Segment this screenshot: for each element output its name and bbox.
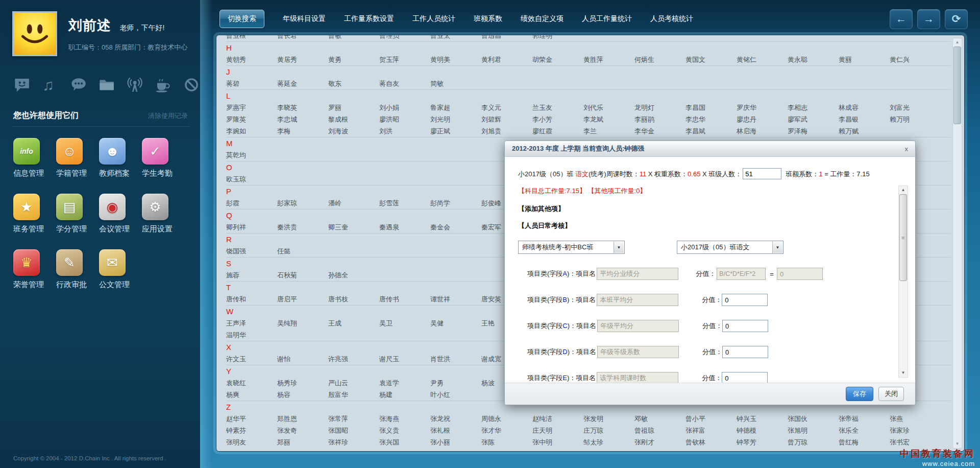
dialog-scrollbar[interactable]: ▲ ≡ ▼: [898, 185, 908, 378]
add-other-items-link[interactable]: 【添加其他项】: [518, 204, 885, 214]
person-name[interactable]: 黄胜萍: [583, 55, 634, 64]
person-name[interactable]: 郑胜恩: [277, 414, 328, 424]
person-name[interactable]: 廖洪昭: [379, 115, 430, 124]
person-name[interactable]: 黄国文: [685, 55, 737, 64]
tab-8[interactable]: 人员考核统计: [650, 14, 693, 24]
person-name[interactable]: 尹勇: [430, 379, 481, 388]
person-name[interactable]: 任懿: [277, 247, 328, 256]
ban-icon[interactable]: [183, 76, 200, 94]
person-name[interactable]: 郑丽: [277, 438, 328, 447]
person-name[interactable]: 黄利君: [481, 55, 532, 64]
person-name[interactable]: 唐传书: [379, 295, 430, 304]
person-name[interactable]: 叶小红: [430, 390, 481, 400]
score-value-input[interactable]: [722, 346, 768, 358]
forward-button[interactable]: →: [917, 9, 940, 29]
person-name[interactable]: 刘代乐: [583, 103, 634, 112]
person-name[interactable]: 秦遇泉: [379, 223, 430, 232]
person-name[interactable]: 罗惠宇: [226, 103, 277, 112]
person-name[interactable]: 龙明灯: [634, 103, 685, 112]
person-name[interactable]: 曾迅昌: [481, 35, 532, 40]
person-name[interactable]: 曾敏: [328, 35, 379, 40]
scroll-up-icon[interactable]: ▲: [899, 186, 908, 194]
broadcast-icon[interactable]: [126, 76, 143, 94]
person-name[interactable]: 张陈: [481, 438, 532, 447]
app-item[interactable]: ♛荣誉管理: [13, 249, 56, 290]
person-name[interactable]: 张家珍: [890, 426, 941, 435]
person-name[interactable]: 唐书枝: [328, 295, 379, 304]
person-name[interactable]: 钟德强: [532, 450, 583, 451]
person-name[interactable]: 敬东: [328, 79, 379, 88]
person-name[interactable]: 张发奇: [277, 426, 328, 435]
person-name[interactable]: 谢尺玉: [379, 355, 430, 364]
person-name[interactable]: 何炳生: [634, 55, 685, 64]
person-name[interactable]: 刘旭贵: [481, 127, 532, 136]
person-name[interactable]: 郭连明: [532, 35, 583, 40]
class-size-input[interactable]: [743, 168, 781, 179]
person-name[interactable]: 张旭明: [788, 426, 839, 435]
app-item[interactable]: ⚙应用设置: [142, 194, 185, 234]
person-name[interactable]: 刘海波: [328, 127, 379, 136]
person-name[interactable]: 简敏: [430, 79, 481, 88]
panel-scrollbar-thumb[interactable]: [953, 46, 961, 124]
person-name[interactable]: 刘光明: [430, 115, 481, 124]
class-subject-select[interactable]: 小2017级（05）班语文 ▼: [677, 241, 783, 254]
scroll-up-icon[interactable]: ▲: [953, 39, 962, 46]
person-name[interactable]: 杨容: [277, 390, 328, 400]
person-name[interactable]: 张燕: [890, 414, 941, 424]
person-name[interactable]: 吴卫: [379, 319, 430, 328]
person-name[interactable]: 彭雪莲: [379, 199, 430, 208]
person-name[interactable]: 杨建: [379, 390, 430, 400]
person-name[interactable]: 施蓉: [226, 271, 277, 280]
person-name[interactable]: 罗隆英: [226, 115, 277, 124]
assessment-select[interactable]: 师绩考核统考-初中BC班 ▼: [518, 241, 625, 254]
person-name[interactable]: 彭尚学: [430, 199, 481, 208]
person-name[interactable]: 廖红霞: [532, 127, 583, 136]
person-name[interactable]: 刘洪: [379, 127, 430, 136]
person-name[interactable]: 张刚才: [634, 438, 685, 447]
person-name[interactable]: 邓敏: [634, 414, 685, 424]
person-name[interactable]: 李兰: [583, 127, 634, 136]
person-name[interactable]: 袁道学: [379, 379, 430, 388]
person-name[interactable]: 张发明: [583, 414, 634, 424]
person-name[interactable]: 刘小娟: [379, 103, 430, 112]
person-name[interactable]: 曾红梅: [839, 438, 890, 447]
person-name[interactable]: 许兆强: [328, 355, 379, 364]
app-item[interactable]: ✎行政审批: [56, 249, 99, 290]
person-name[interactable]: 谭世祥: [430, 295, 481, 304]
person-name[interactable]: 钟德模: [737, 426, 788, 435]
person-name[interactable]: 张中明: [532, 438, 583, 447]
message-smiley-icon[interactable]: [13, 76, 31, 94]
person-name[interactable]: 严山云: [328, 379, 379, 388]
person-name[interactable]: 廖军武: [788, 115, 839, 124]
person-name[interactable]: 张常萍: [328, 414, 379, 424]
person-name[interactable]: 杨秀珍: [277, 379, 328, 388]
person-name[interactable]: 张才华: [481, 426, 532, 435]
person-name[interactable]: 张敦杰: [226, 450, 277, 451]
coffee-icon[interactable]: [154, 76, 172, 94]
scroll-down-icon[interactable]: ▼: [899, 369, 908, 377]
dialog-close-icon[interactable]: x: [905, 145, 909, 153]
person-name[interactable]: 温明华: [226, 331, 277, 340]
person-name[interactable]: 张龙祝: [430, 414, 481, 424]
back-button[interactable]: ←: [890, 9, 913, 29]
person-name[interactable]: 廖正斌: [430, 127, 481, 136]
score-value-input[interactable]: [722, 372, 768, 383]
person-name[interactable]: 张祥富: [685, 426, 737, 435]
person-name[interactable]: 李婉如: [226, 127, 277, 136]
person-name[interactable]: 李义元: [481, 103, 532, 112]
person-name[interactable]: 袁晓红: [226, 379, 277, 388]
close-button[interactable]: 关闭: [878, 387, 904, 401]
person-name[interactable]: 林成容: [839, 103, 890, 112]
person-name[interactable]: 赵纯洁: [532, 414, 583, 424]
app-item[interactable]: ★班务管理: [13, 194, 56, 234]
person-name[interactable]: 杨爽: [226, 390, 277, 400]
person-name[interactable]: 蒋延金: [277, 79, 328, 88]
person-name[interactable]: 黄仁兴: [890, 55, 941, 64]
person-name[interactable]: 黄明美: [430, 55, 481, 64]
person-name[interactable]: 赖万明: [890, 115, 941, 124]
chat-dots-icon[interactable]: [70, 76, 87, 94]
person-name[interactable]: 钟琴芳: [737, 438, 788, 447]
person-name[interactable]: 鲁家超: [430, 103, 481, 112]
tab-3[interactable]: 工作量系数设置: [344, 14, 394, 24]
person-name[interactable]: 钟毅: [277, 450, 328, 451]
